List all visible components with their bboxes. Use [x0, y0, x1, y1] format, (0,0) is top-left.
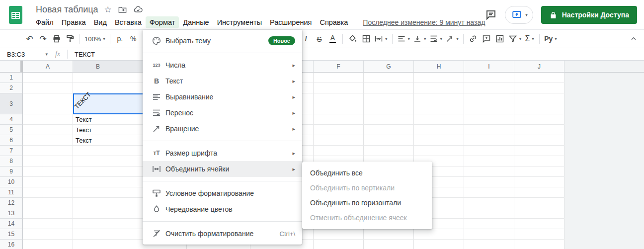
formula-input[interactable]: ТЕКСТ	[68, 51, 95, 58]
zoom-select[interactable]: 100% ▾	[83, 32, 107, 46]
row-header-12[interactable]: 12	[0, 198, 23, 208]
menu-item-alignment[interactable]: Выравнивание▸	[143, 89, 302, 105]
insert-chart-button[interactable]	[493, 32, 507, 46]
filter-button[interactable]: ▾	[507, 32, 523, 46]
strikethrough-button[interactable]: S	[313, 32, 326, 46]
menu-item-conditional-formatting[interactable]: Условное форматирование	[143, 185, 302, 201]
column-header-I[interactable]: I	[464, 61, 514, 73]
borders-button[interactable]	[359, 32, 373, 46]
row-header-11[interactable]: 11	[0, 187, 23, 198]
merge-cells-submenu: Объединить всеОбъединить по вертикалиОбъ…	[302, 162, 432, 229]
submenu-item-merge-horizontally[interactable]: Объединить по горизонтали	[302, 195, 432, 210]
text-color-button[interactable]: A	[326, 32, 339, 46]
menu-item-clear-formatting[interactable]: Очистить форматированиеCtrl+\	[143, 226, 302, 242]
document-title[interactable]: Новая таблица	[36, 4, 98, 15]
menubar-item-format[interactable]: Формат	[146, 16, 179, 28]
cell-B5[interactable]: Текст	[73, 125, 123, 135]
menu-item-choose-theme[interactable]: Выбрать темуНовое	[143, 33, 302, 49]
chevron-down-icon: ▾	[385, 36, 388, 41]
row-header-10[interactable]: 10	[0, 177, 23, 187]
menubar-item-data[interactable]: Данные	[179, 16, 213, 28]
currency-format-button[interactable]: р.	[113, 32, 127, 46]
menubar-item-edit[interactable]: Правка	[58, 16, 90, 28]
cell-B4[interactable]: Текст	[73, 114, 123, 125]
column-header-A[interactable]: A	[23, 61, 73, 73]
submenu-item-merge-all[interactable]: Объединить все	[302, 166, 432, 180]
vertical-align-button[interactable]: ▾	[411, 32, 428, 46]
insert-comment-button[interactable]	[480, 32, 493, 46]
fill-color-button[interactable]	[346, 32, 359, 46]
column-header-H[interactable]: H	[414, 61, 464, 73]
menu-item-numbers[interactable]: 123Числа▸	[143, 57, 302, 73]
sheets-logo-icon[interactable]	[9, 6, 22, 24]
menu-item-label: Условное форматирование	[165, 189, 295, 197]
toolbar-separator	[392, 34, 393, 44]
insert-link-button[interactable]	[467, 32, 480, 46]
text-rotation-button[interactable]: ▾	[444, 32, 460, 46]
paint-format-button[interactable]	[63, 32, 77, 46]
menu-item-rotation[interactable]: Вращение▸	[143, 121, 302, 137]
select-all-corner[interactable]	[0, 61, 23, 73]
row-header-16[interactable]: 16	[0, 240, 23, 249]
row-header-6[interactable]: 6	[0, 135, 23, 146]
menu-item-wrapping[interactable]: Перенос▸	[143, 105, 302, 121]
menu-item-merge-cells[interactable]: Объединить ячейки▸	[143, 161, 302, 177]
row-header-5[interactable]: 5	[0, 125, 23, 135]
menubar-item-tools[interactable]: Инструменты	[213, 16, 266, 28]
text-wrap-button[interactable]: ▾	[428, 32, 444, 46]
row-header-2[interactable]: 2	[0, 83, 23, 93]
print-button[interactable]	[50, 32, 63, 46]
cell-B3[interactable]: ТЕКСТ	[73, 93, 123, 114]
cloud-status-icon[interactable]	[133, 4, 143, 14]
share-button[interactable]: Настройки Доступа	[541, 6, 637, 24]
row-header-8[interactable]: 8	[0, 156, 23, 166]
row-header-1[interactable]: 1	[0, 73, 23, 83]
row-header-13[interactable]: 13	[0, 208, 23, 219]
row-header-14[interactable]: 14	[0, 219, 23, 229]
undo-button[interactable]: ↶	[23, 32, 36, 46]
collapse-toolbar-button[interactable]	[627, 32, 640, 46]
menu-item-alternating-colors[interactable]: Чередование цветов	[143, 201, 302, 217]
chevron-down-icon: ▾	[440, 36, 443, 41]
submenu-arrow-icon: ▸	[292, 78, 295, 84]
redo-button[interactable]: ↷	[36, 32, 50, 46]
menubar-item-help[interactable]: Справка	[316, 16, 352, 28]
column-header-G[interactable]: G	[364, 61, 414, 73]
menu-item-label: Выбрать тему	[165, 37, 268, 45]
name-box[interactable]: B3:C3 ▾	[0, 51, 48, 58]
format-menu: Выбрать темуНовое123Числа▸BТекст▸Выравни…	[143, 30, 302, 245]
submenu-arrow-icon: ▸	[292, 126, 295, 132]
menu-item-font-size[interactable]: тТРазмер шрифта▸	[143, 145, 302, 161]
row-header-7[interactable]: 7	[0, 146, 23, 156]
chevron-down-icon: ▾	[555, 36, 557, 41]
row-header-4[interactable]: 4	[0, 114, 23, 125]
menubar-item-file[interactable]: Файл	[32, 16, 58, 28]
last-edit-link[interactable]: Последнее изменение: 9 минут назад	[363, 18, 485, 26]
merge-cells-button[interactable]: ▾	[373, 32, 389, 46]
menu-item-label: Объединить ячейки	[165, 165, 292, 173]
toolbar: ↶ ↷ 100% ▾ р. % I S A	[0, 30, 644, 48]
horizontal-align-button[interactable]: ▾	[396, 32, 412, 46]
comments-button[interactable]	[485, 9, 497, 21]
cell-B6[interactable]: Текст	[73, 135, 123, 146]
functions-button[interactable]: Σ ▾	[523, 32, 536, 46]
gridline-vertical	[464, 73, 464, 249]
star-icon[interactable]: ☆	[104, 4, 112, 15]
column-header-F[interactable]: F	[314, 61, 364, 73]
menu-item-label: Очистить форматирование	[165, 230, 280, 238]
input-tools-button[interactable]: Ру ▾	[543, 32, 559, 46]
menubar-item-insert[interactable]: Вставка	[111, 16, 146, 28]
menu-item-text[interactable]: BТекст▸	[143, 73, 302, 89]
move-folder-icon[interactable]	[118, 5, 127, 14]
present-button[interactable]: ▾	[505, 6, 533, 24]
row-header-9[interactable]: 9	[0, 166, 23, 177]
percent-format-button[interactable]: %	[127, 32, 140, 46]
menubar-item-extensions[interactable]: Расширения	[266, 16, 316, 28]
chevron-down-icon: ▾	[519, 36, 522, 41]
menubar-item-view[interactable]: Вид	[90, 16, 111, 28]
row-header-3[interactable]: 3	[0, 93, 23, 114]
column-header-B[interactable]: B	[73, 61, 123, 73]
row-header-15[interactable]: 15	[0, 229, 23, 240]
column-header-J[interactable]: J	[514, 61, 564, 73]
toolbar-left-group: ↶ ↷ 100% ▾ р. %	[23, 30, 140, 48]
